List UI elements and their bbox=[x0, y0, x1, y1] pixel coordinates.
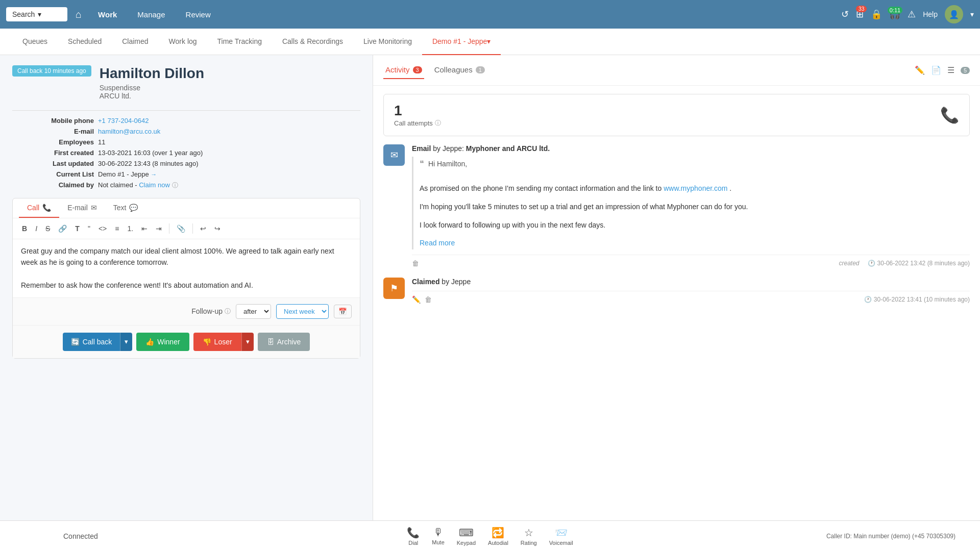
claimed-by-value: Not claimed - Claim now ⓘ bbox=[98, 181, 360, 190]
tab-call[interactable]: Call 📞 bbox=[19, 198, 59, 218]
strikethrough-button[interactable]: S bbox=[42, 222, 53, 235]
subnav-queues[interactable]: Queues bbox=[12, 29, 58, 55]
outdent-button[interactable]: ⇤ bbox=[138, 222, 151, 235]
headset-icon[interactable]: 🎧 0:11 bbox=[889, 9, 900, 20]
claimed-title: Claimed by Jeppe bbox=[412, 278, 970, 286]
top-nav: Search ▾ ⌂ Work Manage Review ↺ ⊞ 33 🔒 🎧… bbox=[0, 0, 980, 29]
avatar[interactable]: 👤 bbox=[945, 5, 963, 23]
bullet-list-button[interactable]: ≡ bbox=[112, 222, 122, 235]
subnav-livemonitoring[interactable]: Live Monitoring bbox=[353, 29, 422, 55]
toolbar-separator bbox=[169, 223, 169, 234]
claimed-by-label: Claimed by bbox=[12, 181, 94, 190]
voicemail-icon: 📨 bbox=[555, 527, 568, 539]
subnav-calls[interactable]: Calls & Recordings bbox=[272, 29, 353, 55]
calendar-button[interactable]: 📅 bbox=[334, 305, 352, 318]
blockquote-button[interactable]: " bbox=[85, 222, 93, 235]
subnav-timetracking[interactable]: Time Tracking bbox=[207, 29, 272, 55]
grid-icon[interactable]: ⊞ 33 bbox=[856, 9, 864, 20]
nav-review[interactable]: Review bbox=[178, 10, 219, 19]
editor-box: Call 📞 E-mail ✉ Text 💬 B I S 🔗 T " bbox=[12, 198, 360, 359]
tab-colleagues[interactable]: Colleagues 1 bbox=[432, 61, 487, 79]
sub-nav: Queues Scheduled Claimed Work log Time T… bbox=[0, 29, 980, 55]
keypad-action[interactable]: ⌨ Keypad bbox=[457, 527, 476, 546]
contact-title: Suspendisse bbox=[100, 84, 204, 92]
link-button[interactable]: 🔗 bbox=[55, 222, 70, 235]
email-value: hamilton@arcu.co.uk bbox=[98, 128, 360, 135]
lock-icon[interactable]: 🔒 bbox=[871, 9, 882, 20]
badge-count: 33 bbox=[856, 6, 867, 12]
heading-button[interactable]: T bbox=[72, 222, 83, 235]
nav-manage[interactable]: Manage bbox=[129, 10, 173, 19]
editor-line2: Remember to ask how the conference went!… bbox=[21, 280, 352, 291]
edit-claimed-icon[interactable]: ✏️ bbox=[412, 295, 421, 304]
history-icon[interactable]: ↺ bbox=[841, 9, 849, 20]
email-label: E-mail bbox=[12, 128, 94, 135]
autodial-icon: 🔁 bbox=[492, 527, 504, 539]
mute-action[interactable]: 🎙 Mute bbox=[432, 527, 444, 545]
action-buttons: 🔄 Call back ▾ 👍 Winner 👎 Loser ▾ bbox=[13, 325, 360, 358]
callback-dropdown[interactable]: ▾ bbox=[120, 333, 132, 351]
last-updated-label: Last updated bbox=[12, 160, 94, 167]
dial-action[interactable]: 📞 Dial bbox=[407, 527, 420, 546]
delete-claimed-icon[interactable]: 🗑 bbox=[425, 295, 432, 304]
edit-icon[interactable]: ✏️ bbox=[915, 65, 925, 75]
nav-icons: ↺ ⊞ 33 🔒 🎧 0:11 ⚠ Help 👤 ▾ bbox=[841, 5, 974, 23]
rating-action[interactable]: ☆ Rating bbox=[521, 527, 537, 546]
indent-button[interactable]: ⇥ bbox=[153, 222, 165, 235]
email-link[interactable]: hamilton@arcu.co.uk bbox=[98, 128, 160, 135]
voicemail-action[interactable]: 📨 Voicemail bbox=[549, 527, 573, 546]
autodial-action[interactable]: 🔁 Autodial bbox=[488, 527, 508, 546]
tab-text[interactable]: Text 💬 bbox=[105, 198, 146, 218]
bold-button[interactable]: B bbox=[19, 222, 30, 235]
followup-row: Follow-up ⓘ after Next week 📅 bbox=[13, 297, 360, 325]
employees-label: Employees bbox=[12, 138, 94, 146]
ordered-list-button[interactable]: 1. bbox=[124, 222, 136, 235]
tab-activity[interactable]: Activity 3 bbox=[383, 61, 424, 79]
search-button[interactable]: Search ▾ bbox=[6, 7, 67, 21]
help-button[interactable]: Help bbox=[923, 10, 938, 18]
claimed-time: 🕐 30-06-2022 13:41 (10 minutes ago) bbox=[864, 296, 970, 303]
warning-icon[interactable]: ⚠ bbox=[908, 9, 916, 20]
email-timeline-content: Email by Jeppe: Myphoner and ARCU ltd. ❝… bbox=[412, 144, 970, 267]
current-list-label: Current List bbox=[12, 170, 94, 178]
first-created-value: 13-03-2021 16:03 (over 1 year ago) bbox=[98, 149, 360, 157]
attachment-button[interactable]: 📎 bbox=[174, 222, 188, 235]
delete-icon[interactable]: 🗑 bbox=[412, 259, 419, 267]
clock-claimed-icon: 🕐 bbox=[864, 296, 872, 303]
winner-button[interactable]: 👍 Winner bbox=[136, 333, 189, 351]
quote-icon: ❝ bbox=[420, 159, 424, 168]
home-button[interactable]: ⌂ bbox=[71, 9, 86, 20]
subnav-scheduled[interactable]: Scheduled bbox=[58, 29, 112, 55]
search-label: Search bbox=[12, 10, 35, 18]
email-para2: I'm hoping you'll take 5 minutes to set … bbox=[420, 201, 970, 213]
read-more-link[interactable]: Read more bbox=[420, 239, 455, 247]
subnav-worklog[interactable]: Work log bbox=[159, 29, 207, 55]
callback-button[interactable]: 🔄 Call back bbox=[63, 333, 120, 351]
tab-email[interactable]: E-mail ✉ bbox=[59, 198, 105, 218]
loser-button[interactable]: 👎 Loser bbox=[193, 333, 241, 351]
dial-icon: 📞 bbox=[407, 527, 420, 539]
editor-line1: Great guy and the company match our idea… bbox=[21, 245, 352, 268]
subnav-demo[interactable]: Demo #1 - Jeppe ▾ bbox=[422, 29, 501, 55]
followup-after-select[interactable]: after bbox=[236, 304, 271, 319]
editor-content[interactable]: Great guy and the company match our idea… bbox=[13, 239, 360, 297]
rating-icon: ☆ bbox=[524, 527, 533, 539]
document-icon[interactable]: 📄 bbox=[931, 65, 941, 75]
italic-button[interactable]: I bbox=[32, 222, 40, 235]
mobile-link[interactable]: +1 737-204-0642 bbox=[98, 117, 149, 124]
subnav-claimed[interactable]: Claimed bbox=[112, 29, 158, 55]
contact-details: Mobile phone +1 737-204-0642 E-mail hami… bbox=[12, 117, 360, 190]
myphoner-link[interactable]: www.myphoner.com bbox=[664, 184, 727, 192]
redo-button[interactable]: ↪ bbox=[211, 222, 224, 235]
loser-dropdown[interactable]: ▾ bbox=[241, 333, 254, 351]
nav-work[interactable]: Work bbox=[90, 10, 125, 19]
followup-time-select[interactable]: Next week bbox=[276, 304, 329, 319]
claim-now-link[interactable]: Claim now bbox=[139, 181, 170, 189]
contact-company: ARCU ltd. bbox=[100, 92, 204, 100]
undo-button[interactable]: ↩ bbox=[197, 222, 209, 235]
archive-button[interactable]: 🗄 Archive bbox=[258, 333, 310, 351]
list-icon[interactable]: ☰ bbox=[947, 65, 954, 75]
code-button[interactable]: <> bbox=[95, 222, 110, 235]
callback-badge-wrapper: Call back 10 minutes ago bbox=[12, 65, 91, 77]
contact-divider bbox=[12, 110, 360, 111]
